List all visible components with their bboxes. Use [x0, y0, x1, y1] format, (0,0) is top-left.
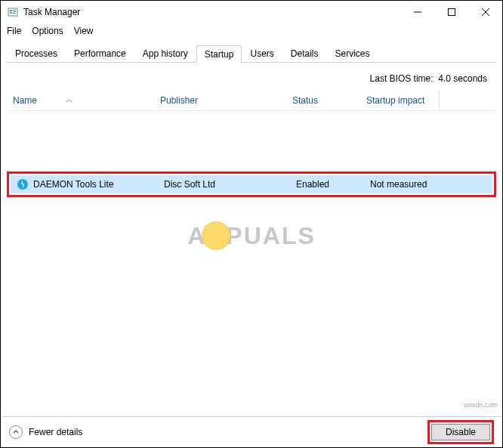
- tab-performance[interactable]: Performance: [66, 45, 134, 62]
- svg-rect-7: [448, 9, 455, 16]
- svg-rect-5: [13, 13, 16, 14]
- fewer-details-button[interactable]: Fewer details: [9, 425, 82, 439]
- maximize-button[interactable]: [434, 1, 468, 23]
- menu-view[interactable]: View: [74, 26, 94, 36]
- bios-value: 4.0 seconds: [438, 73, 487, 84]
- col-header-publisher[interactable]: Publisher: [154, 95, 286, 106]
- titlebar: Task Manager: [1, 1, 502, 23]
- disable-button[interactable]: Disable: [431, 424, 490, 440]
- tab-startup[interactable]: Startup: [196, 45, 242, 63]
- col-header-impact[interactable]: Startup impact: [360, 90, 440, 110]
- col-header-name[interactable]: Name ︿: [7, 95, 154, 106]
- watermark: A PUALS: [187, 221, 316, 250]
- minimize-button[interactable]: [400, 1, 434, 23]
- tabs-container: Processes Performance App history Startu…: [1, 39, 502, 63]
- tab-users[interactable]: Users: [242, 45, 282, 62]
- sort-arrow-icon: ︿: [66, 95, 73, 105]
- app-icon: [7, 6, 19, 18]
- menubar: File Options View: [1, 23, 502, 39]
- svg-rect-1: [10, 10, 12, 11]
- footer: Fewer details Disable: [2, 416, 501, 446]
- fewer-details-label: Fewer details: [29, 427, 82, 437]
- table-body: DAEMON Tools Lite Disc Soft Ltd Enabled …: [7, 111, 496, 197]
- svg-rect-2: [10, 12, 12, 14]
- row-status: Enabled: [290, 179, 364, 190]
- tabs: Processes Performance App history Startu…: [7, 45, 496, 63]
- row-impact: Not measured: [364, 179, 443, 190]
- watermark-right: PUALS: [226, 222, 315, 250]
- row-publisher: Disc Soft Ltd: [158, 179, 290, 190]
- row-name: DAEMON Tools Lite: [33, 179, 113, 190]
- watermark-left: A: [187, 222, 206, 250]
- content-area: Last BIOS time: 4.0 seconds Name ︿ Publi…: [1, 63, 502, 410]
- tab-services[interactable]: Services: [327, 45, 378, 62]
- chevron-up-icon: [9, 425, 23, 439]
- column-headers: Name ︿ Publisher Status Startup impact: [7, 90, 496, 111]
- row-highlight: DAEMON Tools Lite Disc Soft Ltd Enabled …: [7, 171, 496, 197]
- menu-file[interactable]: File: [7, 26, 21, 36]
- tab-app-history[interactable]: App history: [134, 45, 196, 62]
- close-button[interactable]: [468, 1, 502, 23]
- attribution: wsxdn.com: [464, 401, 498, 409]
- tab-processes[interactable]: Processes: [7, 45, 66, 62]
- window-controls: [400, 1, 502, 23]
- window-title: Task Manager: [23, 7, 400, 17]
- watermark-icon: [202, 221, 230, 250]
- menu-options[interactable]: Options: [32, 26, 63, 36]
- col-header-status[interactable]: Status: [286, 95, 360, 106]
- tab-details[interactable]: Details: [282, 45, 327, 62]
- svg-rect-3: [13, 10, 16, 11]
- table-row[interactable]: DAEMON Tools Lite Disc Soft Ltd Enabled …: [11, 175, 492, 193]
- disable-highlight: Disable: [427, 420, 494, 444]
- bios-time: Last BIOS time: 4.0 seconds: [7, 63, 496, 90]
- col-name-label: Name: [13, 95, 37, 106]
- svg-rect-4: [13, 11, 16, 12]
- cell-name: DAEMON Tools Lite: [11, 178, 158, 190]
- daemon-tools-icon: [17, 178, 29, 190]
- bios-label: Last BIOS time:: [370, 73, 434, 84]
